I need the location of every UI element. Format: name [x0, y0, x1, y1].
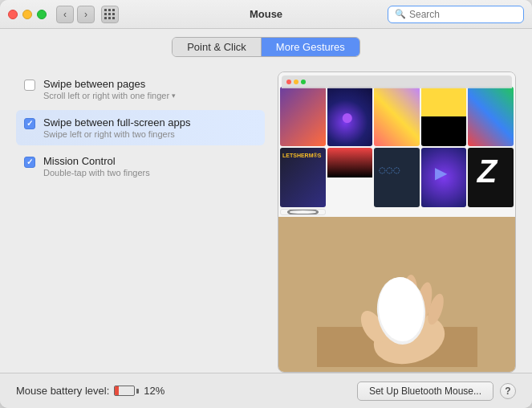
search-bar[interactable]: 🔍	[388, 6, 524, 23]
thumb-8	[374, 148, 420, 207]
close-button[interactable]	[8, 10, 18, 19]
checkbox-swipe-pages[interactable]	[24, 80, 35, 91]
option-swipe-fullscreen: Swipe between full-screen apps Swipe lef…	[16, 110, 265, 145]
thumb-11	[280, 209, 326, 215]
thumb-10	[468, 148, 514, 207]
main-window: ‹ › Mouse 🔍 Point & Click More Gestures	[0, 0, 532, 408]
option-swipe-pages-title: Swipe between pages	[43, 78, 176, 90]
thumb-1	[280, 87, 326, 146]
thumb-3	[374, 87, 420, 146]
mini-max-dot	[301, 80, 306, 84]
checkbox-mission-control[interactable]	[24, 157, 35, 168]
option-swipe-fullscreen-subtitle: Swipe left or right with two fingers	[43, 129, 191, 139]
mouse-hand-svg	[317, 222, 477, 367]
setup-bluetooth-button[interactable]: Set Up Bluetooth Mouse...	[357, 381, 493, 401]
search-icon: 🔍	[395, 9, 406, 19]
option-mission-control: Mission Control Double-tap with two fing…	[16, 149, 265, 184]
grid-icon	[104, 9, 116, 20]
mini-close-dot	[286, 80, 291, 84]
mouse-hand-image	[278, 217, 515, 372]
status-bar-right: Set Up Bluetooth Mouse... ?	[357, 381, 516, 401]
tab-toolbar: Point & Click More Gestures	[0, 29, 532, 63]
maximize-button[interactable]	[37, 10, 47, 19]
thumb-4	[421, 87, 467, 146]
preview-titlebar	[282, 75, 512, 88]
chevron-down-icon[interactable]: ▾	[172, 92, 176, 100]
titlebar: ‹ › Mouse 🔍	[0, 0, 532, 29]
tab-group: Point & Click More Gestures	[172, 37, 360, 57]
forward-button[interactable]: ›	[77, 6, 95, 23]
battery-section: Mouse battery level: 12%	[16, 385, 164, 397]
checkbox-swipe-fullscreen[interactable]	[24, 118, 35, 129]
battery-icon	[114, 386, 139, 396]
thumb-2	[327, 87, 373, 146]
grid-view-button[interactable]	[101, 6, 119, 23]
nav-buttons: ‹ ›	[56, 6, 95, 23]
back-button[interactable]: ‹	[56, 6, 74, 23]
battery-body	[114, 386, 135, 396]
thumb-5	[468, 87, 514, 146]
battery-fill	[115, 386, 118, 395]
search-input[interactable]	[409, 9, 517, 20]
thumb-9	[421, 148, 467, 207]
help-button[interactable]: ?	[500, 383, 516, 399]
battery-label: Mouse battery level:	[16, 385, 109, 397]
thumb-7	[327, 148, 373, 207]
mini-min-dot	[294, 80, 298, 84]
minimize-button[interactable]	[22, 10, 32, 19]
preview-panel	[278, 71, 516, 373]
tab-more-gestures[interactable]: More Gestures	[262, 38, 359, 56]
option-mission-control-text: Mission Control Double-tap with two fing…	[43, 155, 150, 177]
preview-top	[278, 72, 515, 217]
battery-tip	[136, 389, 139, 394]
traffic-lights	[8, 10, 47, 19]
option-swipe-pages: Swipe between pages Scroll left or right…	[16, 71, 265, 107]
tab-point-click[interactable]: Point & Click	[173, 38, 262, 56]
window-title: Mouse	[250, 8, 282, 20]
preview-bottom	[278, 217, 515, 372]
battery-percent: 12%	[144, 385, 164, 397]
option-swipe-pages-subtitle: Scroll left or right with one finger ▾	[43, 91, 176, 100]
option-mission-control-subtitle: Double-tap with two fingers	[43, 168, 150, 177]
status-bar: Mouse battery level: 12% Set Up Bluetoot…	[0, 373, 532, 408]
preview-grid	[278, 85, 515, 217]
option-swipe-pages-text: Swipe between pages Scroll left or right…	[43, 78, 176, 100]
option-mission-control-title: Mission Control	[43, 155, 150, 167]
option-swipe-fullscreen-text: Swipe between full-screen apps Swipe lef…	[43, 116, 191, 139]
thumb-6	[280, 148, 326, 207]
options-panel: Swipe between pages Scroll left or right…	[16, 71, 265, 373]
content-area: Swipe between pages Scroll left or right…	[0, 63, 532, 373]
option-swipe-fullscreen-title: Swipe between full-screen apps	[43, 116, 191, 129]
